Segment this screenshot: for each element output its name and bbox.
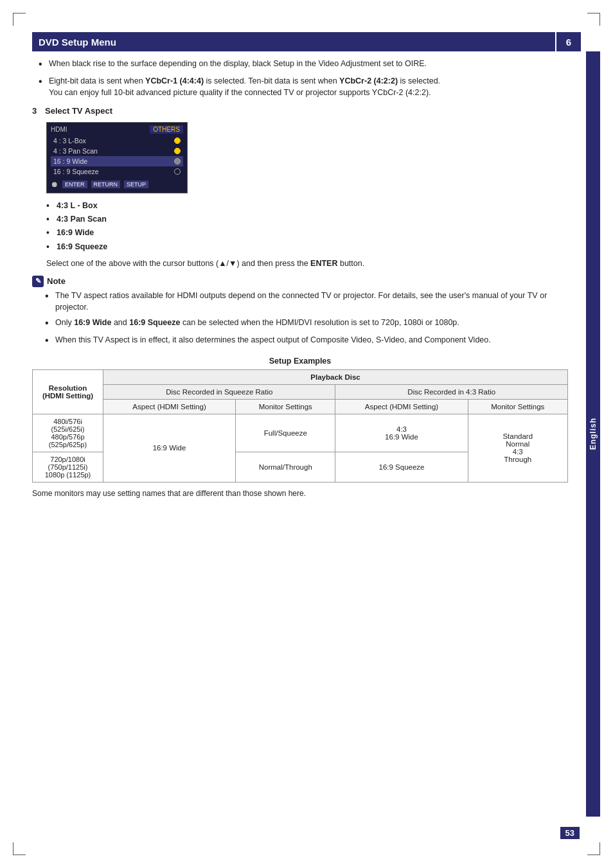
tv-menu-label-4: 16 : 9 Squeeze: [53, 168, 99, 175]
note-bullet-dot-3: •: [45, 334, 53, 348]
bullet-dot-2: •: [39, 75, 46, 89]
sub-bullet-label-4: 16:9 Squeeze: [57, 241, 107, 252]
tv-menu-btn-enter: ENTER: [62, 181, 87, 188]
note-icon: ✎: [32, 276, 44, 287]
note-bullet-text-1: The TV aspect ratios available for HDMI …: [55, 290, 568, 313]
tv-menu-row-3: 16 : 9 Wide: [51, 156, 183, 166]
col-sub-aspect-2: Aspect (HDMI Setting): [335, 399, 468, 414]
col-playback-disc: Playback Disc: [103, 369, 568, 384]
note-bold-squeeze: 16:9 Squeeze: [129, 318, 180, 327]
main-content: • When black rise to the surface dependi…: [32, 58, 568, 498]
step-3: 3 Select TV Aspect: [32, 106, 568, 116]
corner-bracket-bl: [13, 842, 26, 855]
tv-menu-container: HDMI OTHERS 4 : 3 L-Box 4 : 3 Pan Scan 1…: [46, 122, 568, 193]
sub-bullet-dot-1: •: [46, 200, 54, 211]
step-label: Select TV Aspect: [45, 106, 112, 116]
col-squeeze-ratio: Disc Recorded in Squeeze Ratio: [103, 384, 335, 399]
cell-aspect-squeeze-1: 16:9 Wide: [103, 414, 236, 482]
cell-aspect-4to3-1: 4:316:9 Wide: [335, 414, 468, 452]
page-number: 53: [560, 827, 580, 839]
sub-bullet-label-1: 4:3 L - Box: [57, 200, 98, 211]
bullet-text-2: Eight-bit data is sent when YCbCr-1 (4:4…: [49, 75, 440, 98]
sub-bullet-dot-3: •: [46, 227, 54, 238]
sub-bullet-item-4: • 16:9 Squeeze: [46, 241, 568, 252]
tv-menu-header-left: HDMI: [51, 126, 67, 133]
sub-bullet-item-1: • 4:3 L - Box: [46, 200, 568, 211]
cell-monitor-squeeze-2: Normal/Through: [236, 452, 335, 482]
step-label-bold: TV Aspect: [72, 106, 112, 116]
note-bullet-dot-1: •: [45, 290, 53, 303]
note-header: ✎ Note: [32, 276, 568, 287]
tv-menu-radio-4: [174, 168, 181, 175]
tv-menu-label-1: 4 : 3 L-Box: [53, 137, 86, 145]
cell-monitor-squeeze-1: Full/Squeeze: [236, 414, 335, 452]
tv-menu-row-2: 4 : 3 Pan Scan: [51, 146, 183, 156]
col-4to3-ratio: Disc Recorded in 4:3 Ratio: [335, 384, 568, 399]
note-bullet-text-3: When this TV Aspect is in effect, it als…: [55, 334, 491, 346]
cell-aspect-4to3-2: 16:9 Squeeze: [335, 452, 468, 482]
tv-menu-label-3: 16 : 9 Wide: [53, 157, 87, 165]
tv-menu-radio-2: [174, 148, 181, 154]
col-sub-aspect-1: Aspect (HDMI Setting): [103, 399, 236, 414]
tv-menu-radio-3: [174, 158, 181, 164]
tv-menu-row-4: 16 : 9 Squeeze: [51, 166, 183, 177]
note-box: ✎ Note • The TV aspect ratios available …: [32, 276, 568, 348]
setup-table: Resolution(HDMI Setting) Playback Disc D…: [32, 369, 568, 483]
sub-bullet-dot-4: •: [46, 241, 54, 252]
tv-menu-footer: ⏺ ENTER RETURN SETUP: [51, 180, 183, 189]
language-label: English: [589, 418, 598, 450]
note-bullet-1: • The TV aspect ratios available for HDM…: [39, 290, 568, 313]
corner-bracket-br: [587, 842, 600, 855]
col-sub-monitor-2: Monitor Settings: [468, 399, 567, 414]
cursor-note: Select one of the above with the cursor …: [32, 258, 568, 269]
bullet-dot-1: •: [39, 58, 46, 71]
tv-menu-btn-setup: SETUP: [124, 181, 148, 188]
tv-menu-btn-return: RETURN: [91, 181, 121, 188]
bullet-section-1: • When black rise to the surface dependi…: [32, 58, 568, 98]
note-bullet-2: • Only 16:9 Wide and 16:9 Squeeze can be…: [39, 317, 568, 330]
sub-bullet-item-3: • 16:9 Wide: [46, 227, 568, 238]
note-bold-wide: 16:9 Wide: [74, 318, 111, 327]
note-bullet-text-2: Only 16:9 Wide and 16:9 Squeeze can be s…: [55, 317, 459, 328]
sub-bullet-list: • 4:3 L - Box • 4:3 Pan Scan • 16:9 Wide…: [32, 200, 568, 252]
table-row-1: 480i/576i(525i/625i)480p/576p(525p/625p)…: [33, 414, 568, 452]
bullet-item-2: • Eight-bit data is sent when YCbCr-1 (4…: [32, 75, 568, 98]
cell-resolution-2: 720p/1080i(750p/1125i)1080p (1125p): [33, 452, 103, 482]
note-title: Note: [47, 276, 66, 286]
bottom-note: Some monitors may use setting names that…: [32, 489, 568, 498]
corner-bracket-tl: [13, 13, 26, 26]
tv-menu-header: HDMI OTHERS: [51, 125, 183, 134]
page-title: DVD Setup Menu: [39, 37, 116, 48]
col-sub-monitor-1: Monitor Settings: [236, 399, 335, 414]
col-resolution: Resolution(HDMI Setting): [33, 369, 103, 414]
bullet-item-1: • When black rise to the surface dependi…: [32, 58, 568, 71]
tv-menu-row-1: 4 : 3 L-Box: [51, 136, 183, 146]
note-bullet-3: • When this TV Aspect is in effect, it a…: [39, 334, 568, 348]
sub-bullet-label-3: 16:9 Wide: [57, 227, 94, 238]
sub-bullet-dot-2: •: [46, 213, 54, 225]
setup-examples-title: Setup Examples: [32, 357, 568, 366]
bold-ycbcr1: YCbCr-1 (4:4:4): [145, 76, 204, 85]
cursor-note-enter: ENTER: [310, 259, 337, 268]
tv-menu-radio-1: [174, 137, 181, 144]
tv-menu: HDMI OTHERS 4 : 3 L-Box 4 : 3 Pan Scan 1…: [46, 122, 188, 193]
note-bullet-dot-2: •: [45, 317, 53, 330]
tv-menu-header-right: OTHERS: [150, 125, 183, 134]
bullet-text-1: When black rise to the surface depending…: [49, 58, 427, 69]
corner-bracket-tr: [587, 13, 600, 26]
tv-menu-footer-icon: ⏺: [51, 180, 58, 189]
sub-bullet-label-2: 4:3 Pan Scan: [57, 213, 107, 225]
bullet-text-2-extra: You can enjoy full 10-bit advanced pictu…: [49, 88, 431, 97]
sub-bullet-item-2: • 4:3 Pan Scan: [46, 213, 568, 225]
header-bar: DVD Setup Menu 6: [32, 32, 581, 51]
tv-menu-label-2: 4 : 3 Pan Scan: [53, 147, 98, 155]
language-sidebar: English: [586, 51, 600, 817]
section-number: 6: [555, 32, 581, 51]
cell-monitor-4to3-1: StandardNormal4:3Through: [468, 414, 567, 482]
cell-resolution-1: 480i/576i(525i/625i)480p/576p(525p/625p): [33, 414, 103, 452]
bold-ycbcr2: YCbCr-2 (4:2:2): [339, 76, 398, 85]
step-number: 3: [32, 106, 40, 116]
note-bullets: • The TV aspect ratios available for HDM…: [32, 290, 568, 348]
